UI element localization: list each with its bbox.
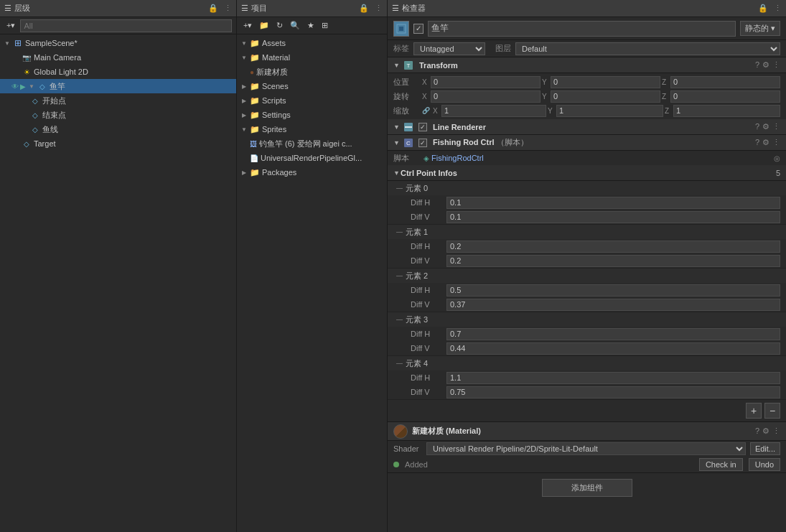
- hierarchy-item-jieshu[interactable]: ◇ 结束点: [0, 108, 236, 122]
- hierarchy-item-kaishidian[interactable]: ◇ 开始点: [0, 93, 236, 108]
- element-3-header[interactable]: — 元素 3: [388, 312, 786, 327]
- element-1-diffv-row: Diff V: [388, 253, 786, 268]
- fishing-rod-enabled[interactable]: ✓: [418, 139, 427, 147]
- element-2-header[interactable]: — 元素 2: [388, 269, 786, 283]
- project-item-label: UniversalRenderPipelineGl...: [261, 154, 362, 162]
- scale-z-input[interactable]: [673, 105, 780, 117]
- project-fishing-sprite[interactable]: 🖼 钓鱼竿 (6) 爱给网 aigei c...: [237, 136, 387, 151]
- fishing-rod-ctrl-header[interactable]: ▼ C ✓ Fishing Rod Ctrl （脚本） ? ⚙ ⋮: [388, 135, 786, 151]
- hierarchy-content: ▼ ⊞ SampleScene* 📷 Main Camera ☀ Global …: [0, 34, 236, 532]
- element-4-diffv-input[interactable]: [446, 386, 780, 398]
- hierarchy-item-samplescene[interactable]: ▼ ⊞ SampleScene*: [0, 36, 236, 50]
- transform-help-icon[interactable]: ?: [755, 60, 759, 70]
- line-renderer-enabled[interactable]: ✓: [418, 123, 427, 131]
- position-x-field: X: [422, 76, 541, 88]
- position-y-input[interactable]: [551, 76, 660, 88]
- element-0-header[interactable]: — 元素 0: [388, 181, 786, 195]
- project-assets[interactable]: ▼ 📁 Assets: [237, 36, 387, 50]
- element-4-header[interactable]: — 元素 4: [388, 356, 786, 370]
- script-select-icon[interactable]: ◎: [774, 154, 780, 162]
- project-lock-icon[interactable]: 🔒: [359, 4, 369, 13]
- project-search-button[interactable]: 🔍: [288, 20, 302, 31]
- project-menu-icon[interactable]: ☰: [241, 4, 248, 13]
- project-more-icon[interactable]: ⋮: [375, 4, 383, 13]
- add-component-button[interactable]: 添加组件: [542, 479, 632, 497]
- inspector-menu-icon[interactable]: ☰: [392, 4, 399, 13]
- light-icon: ☀: [22, 67, 32, 77]
- add-element-button[interactable]: +: [746, 403, 762, 419]
- fishing-rod-settings-icon[interactable]: ⚙: [762, 138, 769, 147]
- static-dropdown-button[interactable]: 静态的 ▾: [740, 21, 780, 36]
- line-renderer-header[interactable]: ▼ ✓ Line Renderer ? ⚙ ⋮: [388, 119, 786, 135]
- element-2-diffv-input[interactable]: [446, 299, 780, 311]
- element-2-diffh-input[interactable]: [446, 284, 780, 297]
- element-3-diffh-input[interactable]: [446, 328, 780, 340]
- spacer: [20, 96, 29, 105]
- gameobj-enabled-checkbox[interactable]: ✓: [413, 24, 424, 34]
- shader-edit-button[interactable]: Edit...: [750, 442, 780, 455]
- remove-element-button[interactable]: −: [764, 403, 780, 419]
- rotation-y-input[interactable]: [551, 90, 660, 103]
- element-0-diffh-input[interactable]: [446, 197, 780, 209]
- scale-x-input[interactable]: [441, 105, 546, 117]
- line-renderer-help-icon[interactable]: ?: [755, 122, 759, 131]
- scale-x-field: 🔗 X: [422, 105, 546, 117]
- hierarchy-menu-icon[interactable]: ☰: [4, 4, 11, 13]
- transform-settings-icon[interactable]: ⚙: [762, 60, 769, 70]
- element-1-diffh-input[interactable]: [446, 241, 780, 253]
- project-newmaterial[interactable]: ● 新建材质: [237, 65, 387, 79]
- line-renderer-settings-icon[interactable]: ⚙: [762, 122, 769, 131]
- material-header[interactable]: 新建材质 (Material) ? ⚙ ⋮: [388, 422, 786, 441]
- project-zoom-button[interactable]: ⊞: [319, 20, 330, 31]
- position-x-input[interactable]: [431, 76, 541, 88]
- hierarchy-search-input[interactable]: [20, 19, 232, 32]
- project-packages[interactable]: ▶ 📁 Packages: [237, 165, 387, 179]
- fishing-rod-help-icon[interactable]: ?: [755, 138, 759, 147]
- layer-select[interactable]: Default: [515, 42, 780, 55]
- gameobj-name-input[interactable]: [428, 21, 736, 37]
- element-3-diffv-input[interactable]: [446, 342, 780, 355]
- transform-component-header[interactable]: ▼ T Transform ? ⚙ ⋮: [388, 57, 786, 73]
- rotation-z-input[interactable]: [670, 90, 780, 103]
- hierarchy-item-yuzhu[interactable]: 👁 ▶ ▼ ◇ 鱼竿: [0, 79, 236, 93]
- ctrl-point-header[interactable]: ▼ Ctrl Point Infos 5: [388, 165, 786, 181]
- project-refresh-button[interactable]: ↻: [274, 20, 285, 31]
- inspector-lock-icon[interactable]: 🔒: [758, 4, 768, 13]
- element-0-diffv-input[interactable]: [446, 211, 780, 223]
- element-1-header[interactable]: — 元素 1: [388, 225, 786, 239]
- tag-select[interactable]: Untagged: [413, 42, 485, 55]
- hierarchy-item-yuxian[interactable]: ◇ 鱼线: [0, 122, 236, 136]
- project-folder-button[interactable]: 📁: [257, 20, 271, 31]
- line-renderer-more-icon[interactable]: ⋮: [772, 122, 780, 131]
- project-star-button[interactable]: ★: [305, 20, 317, 31]
- rotation-x-input[interactable]: [431, 90, 541, 103]
- fishing-rod-more-icon[interactable]: ⋮: [772, 138, 780, 147]
- undo-button[interactable]: Undo: [749, 458, 780, 471]
- shader-select[interactable]: Universal Render Pipeline/2D/Sprite-Lit-…: [426, 442, 746, 455]
- hierarchy-item-maincamera[interactable]: 📷 Main Camera: [0, 50, 236, 65]
- hierarchy-item-globallight[interactable]: ☀ Global Light 2D: [0, 65, 236, 79]
- element-1-diffv-input[interactable]: [446, 255, 780, 267]
- hierarchy-lock-icon[interactable]: 🔒: [208, 4, 218, 13]
- hierarchy-add-button[interactable]: +▾: [4, 20, 17, 31]
- material-help-icon[interactable]: ?: [755, 426, 759, 436]
- project-settings[interactable]: ▶ 📁 Settings: [237, 108, 387, 122]
- project-urp[interactable]: 📄 UniversalRenderPipelineGl...: [237, 151, 387, 165]
- project-sprites[interactable]: ▼ 📁 Sprites: [237, 122, 387, 136]
- project-material-folder[interactable]: ▼ 📁 Material: [237, 50, 387, 65]
- hierarchy-item-target[interactable]: ◇ Target: [0, 136, 236, 151]
- check-in-button[interactable]: Check in: [699, 458, 743, 471]
- project-add-button[interactable]: +▾: [241, 20, 254, 31]
- project-scripts[interactable]: ▶ 📁 Scripts: [237, 93, 387, 108]
- hierarchy-more-icon[interactable]: ⋮: [224, 4, 232, 13]
- inspector-more-icon[interactable]: ⋮: [774, 4, 782, 13]
- project-scenes[interactable]: ▶ 📁 Scenes: [237, 79, 387, 93]
- material-more-icon[interactable]: ⋮: [772, 426, 780, 436]
- material-settings-icon[interactable]: ⚙: [762, 426, 769, 436]
- diffh-label: Diff H: [411, 373, 446, 382]
- position-z-input[interactable]: [670, 76, 780, 88]
- element-4-diffh-input[interactable]: [446, 372, 780, 384]
- transform-more-icon[interactable]: ⋮: [772, 60, 780, 70]
- line-renderer-icon: [403, 122, 413, 132]
- scale-y-input[interactable]: [556, 105, 663, 117]
